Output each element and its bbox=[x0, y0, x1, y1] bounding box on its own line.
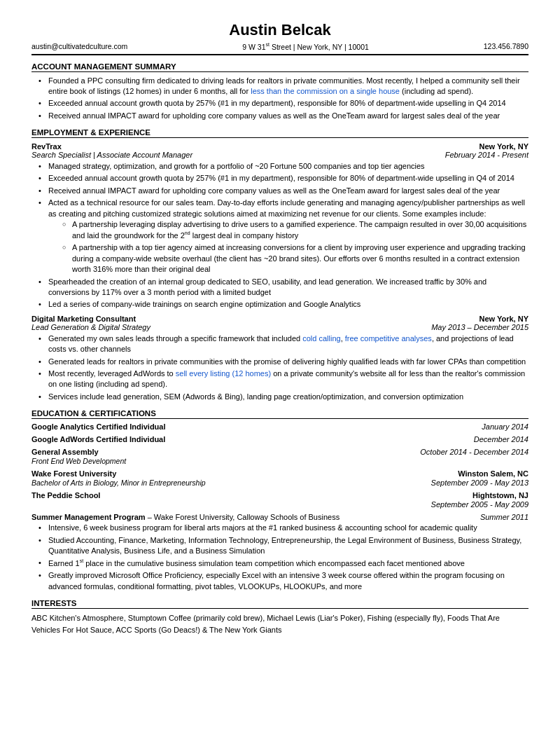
revtrax-bullet-6: Led a series of company-wide trainings o… bbox=[38, 299, 528, 310]
edu-date-ga2: October 2014 - December 2014 bbox=[420, 448, 528, 456]
edu-date-row-peddie: September 2005 - May 2009 bbox=[31, 500, 528, 509]
summer-program-header: Summer Management Program – Wake Forest … bbox=[31, 513, 528, 521]
interests-text: ABC Kitchen's Atmosphere, Stumptown Coff… bbox=[31, 612, 528, 635]
revtrax-sub-bullet-1: A partnership leveraging display adverti… bbox=[62, 219, 528, 241]
summer-bullet-1: Intensive, 6 week business program for l… bbox=[38, 523, 528, 533]
dates-revtrax: February 2014 - Present bbox=[445, 151, 528, 159]
revtrax-bullets: Managed strategy, optimization, and grow… bbox=[38, 161, 528, 310]
edu-name-ga2: General Assembly bbox=[31, 448, 99, 456]
company-location-dmc: New York, NY bbox=[479, 315, 528, 323]
job-title-dmc: Lead Generation & Digital Strategy May 2… bbox=[31, 323, 528, 331]
edu-date-adwords: December 2014 bbox=[474, 435, 528, 443]
dates-dmc: May 2013 – December 2015 bbox=[431, 323, 528, 331]
edu-item-adwords: Google AdWords Certified Individual Dece… bbox=[31, 435, 528, 443]
company-location-revtrax: New York, NY bbox=[479, 142, 528, 151]
edu-item-wfu: Wake Forest University Winston Salem, NC bbox=[31, 469, 528, 478]
edu-date-wfu: September 2009 - May 2013 bbox=[431, 478, 528, 487]
summary-bullet-2: Exceeded annual account growth quota by … bbox=[38, 98, 528, 109]
revtrax-bullet-5: Spearheaded the creation of an internal … bbox=[38, 277, 528, 298]
summer-bullets: Intensive, 6 week business program for l… bbox=[38, 523, 528, 592]
revtrax-bullet-3: Received annual IMPACT award for upholdi… bbox=[38, 186, 528, 196]
resume-name: Austin Belcak bbox=[31, 21, 528, 39]
edu-name-ga: Google Analytics Certified Individual bbox=[31, 422, 166, 431]
dmc-bullet-2: Generated leads for realtors in private … bbox=[38, 357, 528, 367]
revtrax-bullet-2: Exceeded annual account growth quota by … bbox=[38, 173, 528, 184]
summer-bullet-3: Earned 1st place in the cumulative busin… bbox=[38, 558, 528, 569]
edu-date-peddie: September 2005 - May 2009 bbox=[431, 500, 528, 509]
edu-name-peddie: The Peddie School bbox=[31, 491, 100, 500]
company-name-dmc: Digital Marketing Consultant bbox=[31, 315, 136, 323]
edu-item-peddie: The Peddie School Hightstown, NJ bbox=[31, 491, 528, 500]
job-title-revtrax: Search Specialist | Associate Account Ma… bbox=[31, 151, 528, 159]
phone: 123.456.7890 bbox=[484, 42, 528, 51]
summer-bullet-4: Greatly improved Microsoft Office Profic… bbox=[38, 570, 528, 592]
edu-date-ga: January 2014 bbox=[482, 422, 528, 431]
dmc-bullets: Generated my own sales leads through a s… bbox=[38, 333, 528, 402]
edu-location-peddie: Hightstown, NJ bbox=[472, 491, 528, 500]
summary-bullet-3: Received annual IMPACT award for upholdi… bbox=[38, 111, 528, 121]
summer-date: Summer 2011 bbox=[480, 513, 528, 521]
edu-subtitle-wfu: Bachelor of Arts in Biology, Minor in En… bbox=[31, 478, 206, 487]
contact-row: austin@cultivatedculture.com 9 W 31st St… bbox=[31, 42, 528, 55]
edu-name-adwords: Google AdWords Certified Individual bbox=[31, 435, 165, 443]
revtrax-bullet-1: Managed strategy, optimization, and grow… bbox=[38, 161, 528, 172]
edu-item-ga: Google Analytics Certified Individual Ja… bbox=[31, 422, 528, 431]
education-heading: EDUCATION & CERTIFICATIONS bbox=[31, 409, 528, 419]
revtrax-bullet-4: Acted as a technical resource for our sa… bbox=[38, 198, 528, 275]
dmc-bullet-3: Most recently, leveraged AdWords to sell… bbox=[38, 369, 528, 390]
edu-name-wfu: Wake Forest University bbox=[31, 469, 116, 478]
summer-title: Summer Management Program bbox=[31, 513, 146, 521]
address: 9 W 31st Street | New York, NY | 10001 bbox=[127, 42, 483, 51]
dmc-bullet-4: Services include lead generation, SEM (A… bbox=[38, 392, 528, 402]
summary-heading: ACCOUNT MANAGEMENT SUMMARY bbox=[31, 62, 528, 72]
title-dmc: Lead Generation & Digital Strategy bbox=[31, 323, 150, 331]
edu-location-wfu: Winston Salem, NC bbox=[458, 469, 528, 478]
company-name-revtrax: RevTrax bbox=[31, 142, 62, 151]
interests-heading: INTERESTS bbox=[31, 599, 528, 609]
dmc-bullet-1: Generated my own sales leads through a s… bbox=[38, 333, 528, 355]
title-revtrax: Search Specialist | Associate Account Ma… bbox=[31, 151, 192, 159]
summary-bullet-1: Founded a PPC consulting firm dedicated … bbox=[38, 76, 528, 97]
summer-bullet-2: Studied Accounting, Finance, Marketing, … bbox=[38, 535, 528, 557]
revtrax-sub-bullets: A partnership leveraging display adverti… bbox=[62, 219, 528, 275]
job-header-dmc: Digital Marketing Consultant New York, N… bbox=[31, 315, 528, 323]
edu-title-wfu: Bachelor of Arts in Biology, Minor in En… bbox=[31, 478, 528, 487]
email: austin@cultivatedculture.com bbox=[31, 42, 127, 51]
revtrax-sub-bullet-2: A partnership with a top tier agency aim… bbox=[62, 242, 528, 275]
summary-bullets: Founded a PPC consulting firm dedicated … bbox=[38, 76, 528, 122]
employment-heading: EMPLOYMENT & EXPERIENCE bbox=[31, 128, 528, 138]
edu-subtitle-ga2: Front End Web Development bbox=[31, 457, 528, 465]
edu-item-ga2: General Assembly October 2014 - December… bbox=[31, 448, 528, 456]
job-header-revtrax: RevTrax New York, NY bbox=[31, 142, 528, 151]
